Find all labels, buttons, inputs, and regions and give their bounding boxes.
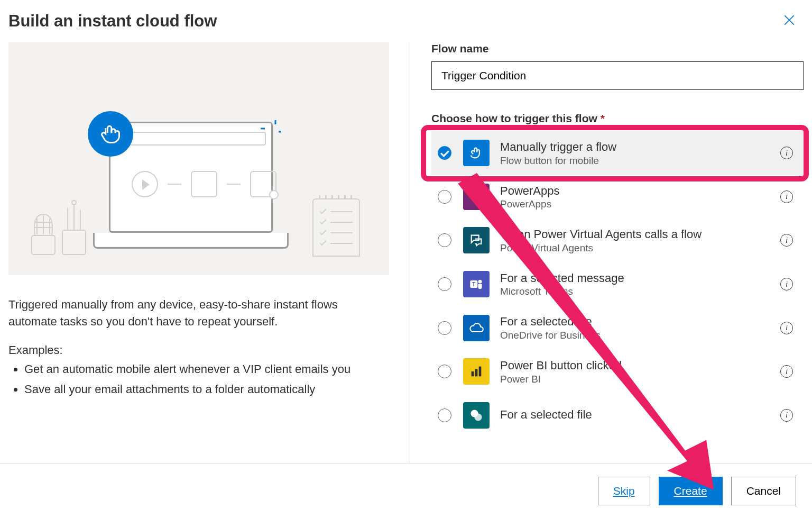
- trigger-subtitle: PowerApps: [500, 198, 780, 210]
- trigger-subtitle: Power Virtual Agents: [500, 242, 780, 254]
- svg-rect-6: [472, 371, 474, 376]
- connector-icon: [463, 227, 490, 253]
- svg-point-5: [478, 280, 482, 284]
- info-icon[interactable]: i: [780, 278, 793, 290]
- info-icon[interactable]: i: [780, 234, 793, 247]
- radio-icon[interactable]: [438, 277, 451, 291]
- trigger-item[interactable]: TFor a selected messageMicrosoft Teamsi: [431, 262, 804, 306]
- svg-rect-8: [479, 367, 482, 377]
- trigger-title: For a selected file: [500, 314, 780, 330]
- flow-illustration: [8, 42, 389, 275]
- cancel-button[interactable]: Cancel: [731, 477, 796, 505]
- radio-icon[interactable]: [438, 365, 451, 378]
- right-column: Flow name Choose how to trigger this flo…: [410, 42, 804, 464]
- dialog-footer: Skip Create Cancel: [0, 464, 812, 518]
- radio-icon[interactable]: [438, 190, 451, 204]
- trigger-item[interactable]: PowerAppsPowerAppsi: [431, 175, 804, 219]
- trigger-item[interactable]: For a selected filei: [431, 394, 804, 437]
- example-item: Get an automatic mobile alert whenever a…: [24, 361, 389, 378]
- close-icon[interactable]: [780, 11, 798, 32]
- trigger-title: Manually trigger a flow: [500, 140, 780, 155]
- trigger-item[interactable]: Power BI button clickedPower BIi: [431, 350, 804, 394]
- connector-icon: T: [463, 271, 490, 297]
- radio-icon[interactable]: [438, 146, 451, 160]
- trigger-title: When Power Virtual Agents calls a flow: [500, 227, 780, 242]
- dialog-header: Build an instant cloud flow: [0, 0, 812, 37]
- svg-point-10: [475, 413, 482, 421]
- examples-heading: Examples:: [8, 342, 389, 359]
- info-icon[interactable]: i: [780, 365, 793, 378]
- info-icon[interactable]: i: [780, 190, 793, 203]
- trigger-title: For a selected file: [500, 407, 780, 423]
- svg-text:T: T: [472, 281, 476, 287]
- intro-text: Triggered manually from any device, easy…: [8, 296, 389, 330]
- connector-icon: [463, 140, 490, 166]
- left-column: Triggered manually from any device, easy…: [8, 42, 410, 464]
- trigger-item[interactable]: When Power Virtual Agents calls a flowPo…: [431, 219, 804, 262]
- trigger-subtitle: Microsoft Teams: [500, 286, 780, 297]
- radio-icon[interactable]: [438, 321, 451, 335]
- touch-icon: [88, 111, 133, 157]
- trigger-title: PowerApps: [500, 184, 780, 199]
- connector-icon: [463, 315, 490, 341]
- description-block: Triggered manually from any device, easy…: [8, 296, 389, 397]
- trigger-item[interactable]: Manually trigger a flowFlow button for m…: [431, 131, 804, 175]
- skip-button[interactable]: Skip: [598, 477, 650, 505]
- trigger-subtitle: Power BI: [500, 374, 780, 385]
- info-icon[interactable]: i: [780, 147, 793, 159]
- instant-flow-dialog: Build an instant cloud flow: [0, 0, 812, 518]
- radio-icon[interactable]: [438, 408, 451, 422]
- trigger-item[interactable]: For a selected fileOneDrive for Business…: [431, 306, 804, 350]
- connector-icon: [463, 184, 490, 210]
- create-button[interactable]: Create: [659, 477, 723, 505]
- trigger-title: Power BI button clicked: [500, 358, 780, 374]
- svg-rect-0: [32, 235, 55, 255]
- example-item: Save all your email attachments to a fol…: [24, 381, 389, 398]
- connector-icon: [463, 358, 490, 385]
- info-icon[interactable]: i: [780, 409, 793, 422]
- trigger-subtitle: Flow button for mobile: [500, 155, 780, 167]
- trigger-list: Manually trigger a flowFlow button for m…: [431, 131, 804, 464]
- trigger-title: For a selected message: [500, 271, 780, 286]
- flow-name-input[interactable]: [431, 61, 804, 90]
- flow-name-label: Flow name: [431, 42, 804, 55]
- dialog-title: Build an instant cloud flow: [8, 12, 217, 31]
- trigger-label: Choose how to trigger this flow *: [431, 112, 804, 125]
- info-icon[interactable]: i: [780, 322, 793, 334]
- svg-rect-1: [62, 230, 86, 255]
- svg-rect-7: [475, 369, 478, 377]
- connector-icon: [463, 402, 490, 429]
- radio-icon[interactable]: [438, 233, 451, 247]
- examples-list: Get an automatic mobile alert whenever a…: [8, 361, 389, 398]
- trigger-subtitle: OneDrive for Business: [500, 330, 780, 341]
